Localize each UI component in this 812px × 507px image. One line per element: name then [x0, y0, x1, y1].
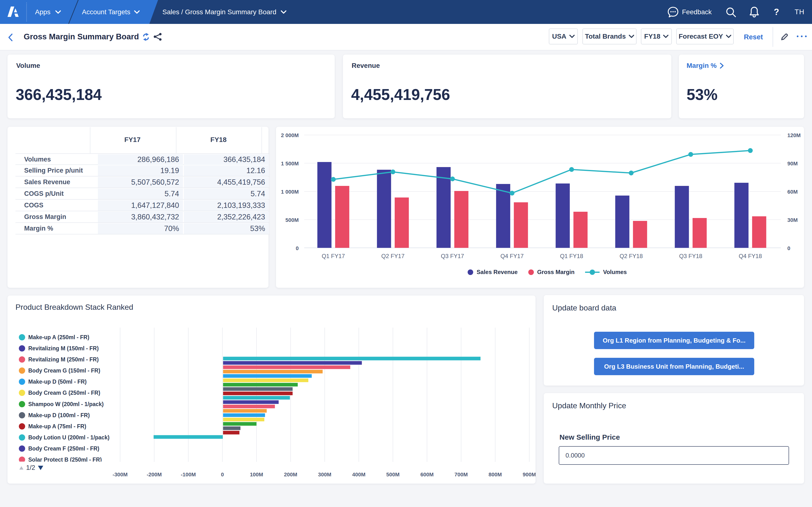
svg-text:800M: 800M — [489, 471, 502, 477]
svg-text:30M: 30M — [788, 217, 798, 223]
svg-text:100M: 100M — [250, 471, 263, 477]
svg-text:Q1 FY17: Q1 FY17 — [322, 253, 345, 259]
svg-text:-200M: -200M — [147, 471, 162, 477]
svg-text:200M: 200M — [284, 471, 297, 477]
svg-text:90M: 90M — [788, 161, 798, 167]
svg-text:600M: 600M — [420, 471, 434, 477]
svg-text:700M: 700M — [454, 471, 468, 477]
svg-text:-300M: -300M — [113, 471, 128, 477]
svg-text:500M: 500M — [286, 217, 299, 223]
svg-text:300M: 300M — [318, 471, 331, 477]
svg-text:-100M: -100M — [181, 471, 196, 477]
svg-text:0: 0 — [221, 471, 224, 477]
svg-text:Q4 FY18: Q4 FY18 — [739, 253, 762, 259]
svg-text:Q3 FY18: Q3 FY18 — [679, 253, 702, 259]
svg-text:0: 0 — [296, 245, 299, 251]
svg-text:500M: 500M — [386, 471, 400, 477]
svg-text:1 000M: 1 000M — [281, 189, 299, 195]
svg-text:Q4 FY17: Q4 FY17 — [501, 253, 524, 259]
svg-text:0: 0 — [788, 245, 790, 251]
svg-text:900M: 900M — [523, 471, 536, 477]
svg-text:Q1 FY18: Q1 FY18 — [560, 253, 583, 259]
svg-text:Q2 FY18: Q2 FY18 — [620, 253, 643, 259]
svg-text:1 500M: 1 500M — [281, 161, 299, 167]
svg-text:Q2 FY17: Q2 FY17 — [382, 253, 405, 259]
svg-text:120M: 120M — [788, 132, 801, 138]
svg-text:60M: 60M — [788, 189, 798, 195]
svg-text:2 000M: 2 000M — [281, 132, 299, 138]
svg-text:400M: 400M — [352, 471, 365, 477]
svg-text:Q3 FY17: Q3 FY17 — [441, 253, 464, 259]
